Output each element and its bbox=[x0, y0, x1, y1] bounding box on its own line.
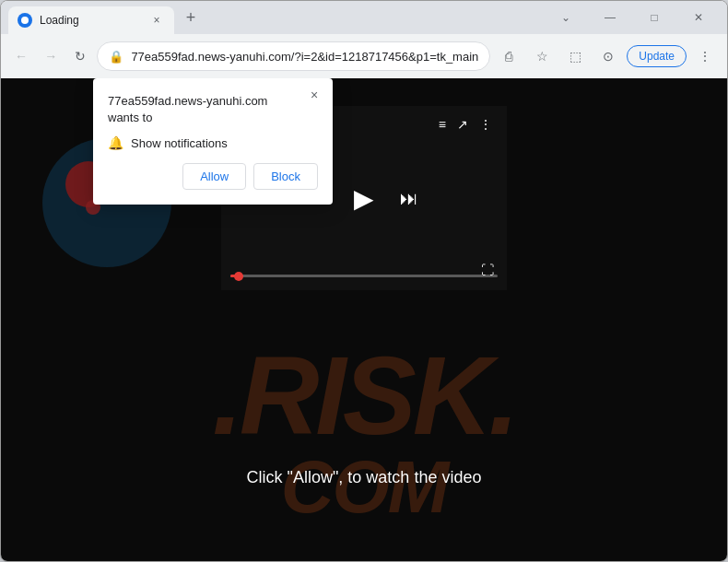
extensions-button[interactable]: ⬚ bbox=[560, 41, 590, 71]
tab-close-button[interactable]: × bbox=[148, 12, 165, 29]
window-controls: ⌄ — □ ✕ bbox=[537, 1, 727, 34]
click-label: Click "Allow", to watch the video bbox=[1, 468, 727, 487]
popup-buttons: Allow Block bbox=[108, 163, 318, 190]
share-button[interactable]: ⎙ bbox=[494, 41, 523, 71]
popup-title: 77ea559fad.news-yanuhi.com wants to bbox=[108, 93, 318, 126]
allow-button[interactable]: Allow bbox=[182, 163, 246, 190]
popup-notification-row: 🔔 Show notifications bbox=[108, 135, 318, 150]
progress-dot bbox=[234, 272, 243, 281]
playlist-icon[interactable]: ≡ bbox=[439, 117, 446, 132]
browser-window: Loading × + ⌄ — □ ✕ ← → ↻ 🔒 77ea559fad.n… bbox=[0, 0, 728, 562]
player-more-icon[interactable]: ⋮ bbox=[479, 117, 492, 132]
toolbar: ← → ↻ 🔒 77ea559fad.news-yanuhi.com/?i=2&… bbox=[1, 34, 727, 78]
player-progress-bar[interactable] bbox=[230, 275, 498, 277]
bookmark-button[interactable]: ☆ bbox=[527, 41, 557, 71]
popup-close-button[interactable]: × bbox=[305, 86, 323, 104]
profile-button[interactable]: ⊙ bbox=[593, 41, 623, 71]
minimize-button[interactable]: — bbox=[589, 1, 631, 34]
address-bar[interactable]: 🔒 77ea559fad.news-yanuhi.com/?i=2&id=121… bbox=[97, 41, 490, 71]
page-content: .RISK. COM ⌄ ≡ ↗ ⋮ ⏮ ▶ ⏭ bbox=[1, 78, 727, 561]
player-share-icon[interactable]: ↗ bbox=[457, 117, 468, 132]
lock-icon: 🔒 bbox=[109, 50, 123, 64]
back-button[interactable]: ← bbox=[8, 41, 34, 71]
maximize-button[interactable]: □ bbox=[633, 1, 675, 34]
title-bar: Loading × + ⌄ — □ ✕ bbox=[1, 1, 727, 34]
bell-icon: 🔔 bbox=[108, 135, 123, 150]
player-top-right: ≡ ↗ ⋮ bbox=[439, 117, 492, 132]
tabs-area: Loading × + bbox=[1, 1, 537, 34]
close-button[interactable]: ✕ bbox=[677, 1, 720, 34]
toolbar-right: ⎙ ☆ ⬚ ⊙ Update ⋮ bbox=[494, 41, 720, 71]
active-tab[interactable]: Loading × bbox=[8, 6, 174, 34]
menu-button[interactable]: ⋮ bbox=[690, 41, 720, 71]
tab-title: Loading bbox=[40, 14, 141, 27]
next-button[interactable]: ⏭ bbox=[400, 188, 418, 209]
play-button[interactable]: ▶ bbox=[354, 183, 374, 214]
fullscreen-button[interactable]: ⛶ bbox=[481, 263, 494, 277]
watermark-risk: .RISK. bbox=[1, 340, 727, 451]
refresh-button[interactable]: ↻ bbox=[67, 41, 93, 71]
update-button[interactable]: Update bbox=[627, 45, 687, 67]
block-button[interactable]: Block bbox=[253, 163, 318, 190]
background-watermark: .RISK. COM bbox=[1, 340, 727, 524]
watermark-com: COM bbox=[1, 451, 727, 524]
new-tab-button[interactable]: + bbox=[178, 5, 204, 30]
chevron-button[interactable]: ⌄ bbox=[545, 1, 587, 34]
notification-text: Show notifications bbox=[131, 136, 228, 150]
notification-popup: × 77ea559fad.news-yanuhi.com wants to 🔔 … bbox=[93, 78, 333, 205]
tab-favicon bbox=[18, 13, 32, 28]
forward-button[interactable]: → bbox=[38, 41, 64, 71]
url-text: 77ea559fad.news-yanuhi.com/?i=2&id=12187… bbox=[131, 50, 478, 64]
